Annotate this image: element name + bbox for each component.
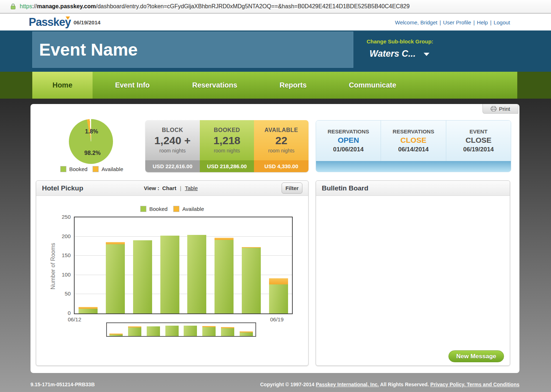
- chevron-down-icon: [424, 53, 429, 56]
- bar-06/16: [187, 235, 206, 313]
- stat-booked-usd: USD 218,286.00: [200, 160, 254, 172]
- y-axis-label: Number of Rooms: [50, 243, 56, 289]
- app-header: Passkey 06/19/2014 Welcome, Bridget|User…: [0, 14, 551, 30]
- logo-accent-icon: [66, 16, 70, 20]
- privacy-terms-link[interactable]: Privacy Policy, Terms and Conditions: [430, 382, 519, 387]
- pie-available-label: 1.8%: [85, 128, 98, 135]
- main-nav: Home Event Info Reservations Reports Com…: [0, 72, 551, 99]
- stat-block: BLOCK1,240 +room nights USD 222,616.00: [145, 120, 200, 172]
- copyright: Copyright © 1997-2014 Passkey Internatio…: [260, 382, 519, 387]
- company-link[interactable]: Passkey International, Inc.: [316, 382, 379, 387]
- event-name-title: Event Name: [39, 40, 138, 60]
- hotel-pickup-title: Hotel Pickup: [42, 184, 83, 192]
- booked-swatch: [60, 166, 66, 172]
- booked-swatch: [140, 206, 146, 212]
- nav-tab-reports[interactable]: Reports: [257, 72, 329, 99]
- stat-block-usd: USD 222,616.00: [145, 160, 200, 172]
- main-content-panel: Print 1.8% 98.2% Booked Available BLOCK1…: [30, 104, 519, 373]
- bar-06/18: [242, 247, 261, 313]
- user-profile-link[interactable]: User Profile: [443, 19, 471, 25]
- help-link[interactable]: Help: [477, 19, 488, 25]
- bar-06/14: [133, 240, 152, 313]
- print-button[interactable]: Print: [482, 104, 518, 114]
- logout-link[interactable]: Logout: [494, 19, 510, 25]
- new-message-button[interactable]: New Message: [448, 350, 504, 362]
- bar-06/17: [215, 238, 234, 313]
- bulletin-board-header: Bulletin Board: [316, 181, 510, 196]
- event-close: EVENT CLOSE 06/19/2014: [446, 121, 511, 161]
- pie-booked-label: 98.2%: [84, 150, 100, 156]
- page-background: Print 1.8% 98.2% Booked Available BLOCK1…: [0, 99, 551, 392]
- view-switcher: View : Chart | Table: [144, 185, 198, 191]
- view-chart-option[interactable]: Chart: [162, 185, 176, 191]
- reservation-dates-footer: [316, 161, 511, 172]
- page-root: https://manage.passkey.com/dashboard/ent…: [0, 0, 551, 392]
- x-axis-label-start: 06/12: [68, 316, 81, 322]
- available-swatch: [173, 206, 179, 212]
- reservations-close: RESERVATIONS CLOSE 06/14/2014: [381, 121, 446, 161]
- reservation-dates-panel: RESERVATIONS OPEN 01/06/2014 RESERVATION…: [316, 120, 511, 172]
- bar-06/15: [160, 236, 179, 313]
- pie-chart: [69, 119, 113, 164]
- nav-tab-event-info[interactable]: Event Info: [93, 72, 172, 99]
- build-version: 9.15-171m-051214-PRB33B: [30, 382, 95, 387]
- nav-tab-reservations[interactable]: Reservations: [172, 72, 257, 99]
- url-text: https://manage.passkey.com/dashboard/ent…: [20, 3, 410, 10]
- event-name-box: Event Name: [32, 32, 353, 68]
- stat-booked: BOOKED1,218room nights USD 218,286.00: [200, 120, 254, 172]
- current-date: 06/19/2014: [74, 19, 100, 25]
- passkey-logo: Passkey: [29, 16, 71, 29]
- subblock-group-label: Change Sub-block Group:: [367, 38, 433, 44]
- stat-available-usd: USD 4,330.00: [254, 160, 309, 172]
- bar-06/12: [79, 307, 98, 313]
- view-table-option[interactable]: Table: [185, 185, 198, 191]
- pie-legend: Booked Available: [60, 166, 123, 172]
- bulletin-board-panel: Bulletin Board New Message: [316, 180, 510, 366]
- filter-button[interactable]: Filter: [282, 183, 302, 194]
- room-stats: BLOCK1,240 +room nights USD 222,616.00 B…: [145, 120, 309, 172]
- subblock-group-dropdown[interactable]: Waters C...: [369, 48, 429, 59]
- chart-overview[interactable]: [106, 322, 256, 337]
- hotel-pickup-panel: Hotel Pickup View : Chart | Table Filter…: [36, 180, 309, 366]
- available-swatch: [93, 166, 99, 172]
- event-banner: Event Name Change Sub-block Group: Water…: [0, 30, 551, 72]
- hotel-pickup-header: Hotel Pickup View : Chart | Table Filter: [36, 181, 308, 196]
- reservations-open: RESERVATIONS OPEN 01/06/2014: [316, 121, 381, 161]
- bulletin-board-title: Bulletin Board: [322, 184, 368, 192]
- welcome-text: Welcome, Bridget: [395, 19, 437, 25]
- stat-available: AVAILABLE22room nights USD 4,330.00: [254, 120, 309, 172]
- nav-tab-communicate[interactable]: Communicate: [329, 72, 416, 99]
- chart-plot: [74, 217, 293, 314]
- lock-icon: [11, 4, 15, 9]
- printer-icon: [491, 106, 496, 111]
- bar-06/13: [106, 242, 125, 313]
- browser-url-bar[interactable]: https://manage.passkey.com/dashboard/ent…: [0, 0, 551, 14]
- chart-legend: Booked Available: [36, 206, 308, 212]
- x-axis-label-end: 06/19: [270, 316, 284, 322]
- nav-tab-home[interactable]: Home: [32, 72, 93, 99]
- bar-06/19: [269, 278, 288, 313]
- header-links: Welcome, Bridget|User Profile|Help|Logou…: [395, 19, 510, 25]
